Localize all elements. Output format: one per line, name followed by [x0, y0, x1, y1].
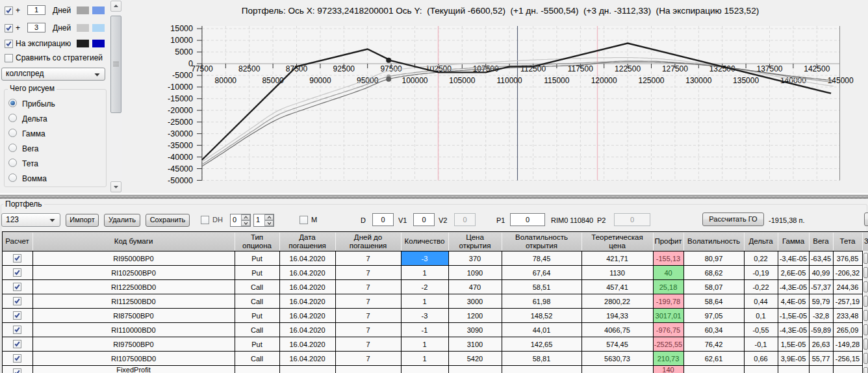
svg-text:-20000: -20000 [168, 106, 193, 115]
svg-text:122500: 122500 [615, 64, 641, 73]
svg-text:110000: 110000 [497, 76, 522, 85]
svg-text:125000: 125000 [638, 76, 664, 85]
svg-text:-45000: -45000 [168, 164, 193, 174]
svg-text:-10000: -10000 [168, 83, 193, 92]
svg-text:-25000: -25000 [168, 118, 193, 127]
svg-text:-35000: -35000 [168, 141, 193, 150]
svg-text:90000: 90000 [309, 76, 331, 85]
svg-text:-5000: -5000 [172, 71, 193, 80]
svg-text:115000: 115000 [544, 76, 569, 85]
svg-text:92500: 92500 [333, 64, 355, 73]
svg-text:87500: 87500 [286, 64, 308, 73]
svg-text:10000: 10000 [170, 36, 193, 45]
svg-text:105000: 105000 [449, 76, 475, 85]
svg-text:100000: 100000 [402, 76, 428, 85]
svg-text:130000: 130000 [685, 76, 711, 85]
svg-text:80000: 80000 [215, 76, 237, 85]
svg-text:142500: 142500 [804, 64, 830, 73]
svg-text:5000: 5000 [175, 47, 193, 57]
svg-text:Портфель: Ось X: 97233,2418200: Портфель: Ось X: 97233,2418200001 Ось Y:… [242, 6, 759, 16]
svg-text:-30000: -30000 [168, 129, 193, 138]
svg-text:-40000: -40000 [168, 153, 193, 162]
svg-text:95000: 95000 [357, 76, 379, 85]
svg-text:77500: 77500 [191, 64, 213, 73]
svg-text:-15000: -15000 [168, 94, 193, 103]
svg-text:85000: 85000 [262, 76, 284, 85]
svg-text:135000: 135000 [733, 76, 759, 85]
svg-text:127500: 127500 [662, 64, 688, 73]
svg-text:-50000: -50000 [168, 176, 193, 185]
svg-text:15000: 15000 [170, 24, 193, 33]
svg-text:120000: 120000 [591, 76, 617, 85]
svg-text:82500: 82500 [238, 64, 261, 73]
